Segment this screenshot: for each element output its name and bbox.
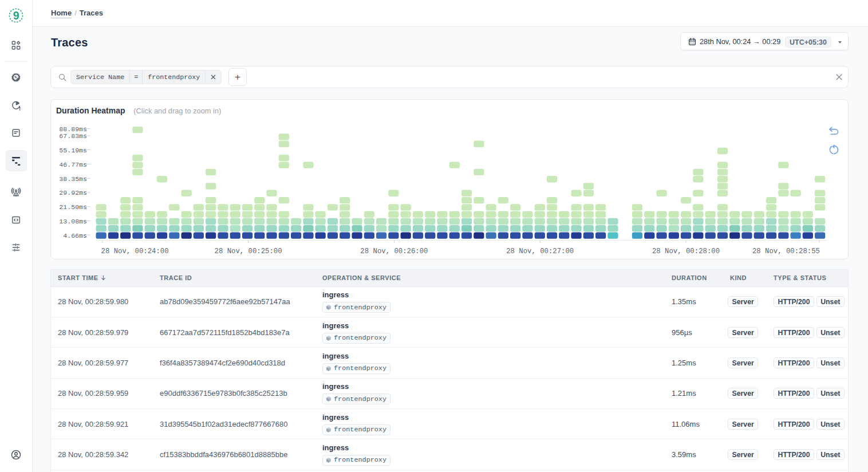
svg-text:29.92ms: 29.92ms [59, 189, 87, 196]
svg-text:67.83ms: 67.83ms [59, 132, 87, 140]
svg-text:88.89ms: 88.89ms [59, 125, 87, 133]
svg-text:21.50ms: 21.50ms [59, 203, 87, 211]
svg-text:46.77ms: 46.77ms [59, 161, 87, 168]
svg-text:38.35ms: 38.35ms [59, 175, 87, 183]
svg-text:28 Nov, 00:27:00: 28 Nov, 00:27:00 [506, 247, 574, 255]
svg-text:28 Nov, 00:24:00: 28 Nov, 00:24:00 [101, 247, 169, 255]
svg-text:9: 9 [13, 9, 19, 22]
svg-text:28 Nov, 00:26:00: 28 Nov, 00:26:00 [360, 247, 428, 255]
svg-text:28 Nov, 00:25:00: 28 Nov, 00:25:00 [215, 247, 282, 255]
svg-text:4.66ms: 4.66ms [63, 232, 87, 239]
svg-text:28 Nov, 00:28:00: 28 Nov, 00:28:00 [652, 247, 720, 255]
svg-text:28 Nov, 00:28:55: 28 Nov, 00:28:55 [752, 247, 820, 255]
svg-text:13.08ms: 13.08ms [59, 218, 87, 225]
svg-text:55.19ms: 55.19ms [59, 147, 87, 154]
